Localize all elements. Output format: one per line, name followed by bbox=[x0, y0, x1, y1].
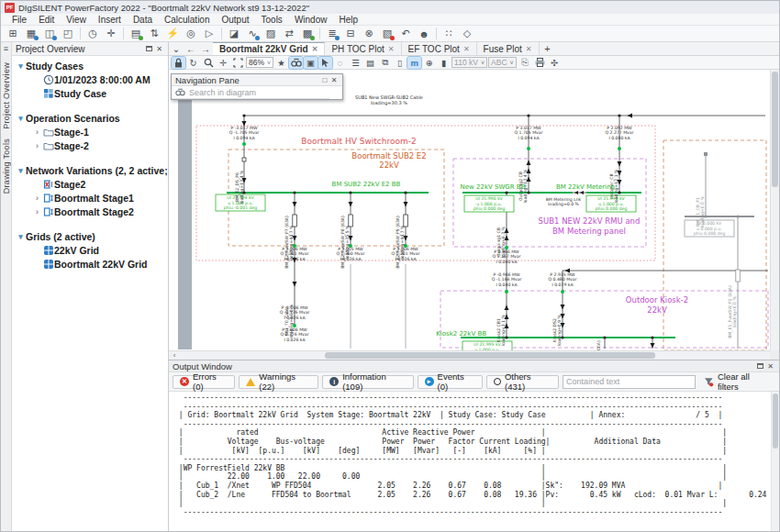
side-tab-drawing-tools[interactable]: Drawing Tools bbox=[2, 139, 11, 194]
expander-icon[interactable]: › bbox=[32, 194, 42, 203]
project-overview-icon[interactable]: ◫ bbox=[41, 27, 58, 41]
tree-item-stage2[interactable]: Stage2 bbox=[12, 177, 168, 191]
user-icon[interactable]: ☻ bbox=[416, 27, 432, 41]
expander-icon[interactable]: › bbox=[32, 207, 42, 216]
text-mode-icon[interactable]: ◇ bbox=[459, 27, 475, 41]
zoom-icon[interactable] bbox=[202, 57, 216, 69]
close-tab-icon[interactable]: ✕ bbox=[463, 45, 470, 53]
close-output-icon[interactable]: ✕ bbox=[765, 361, 775, 371]
expander-icon[interactable]: ▾ bbox=[16, 114, 26, 123]
compare-icon[interactable]: ⇄ bbox=[281, 27, 297, 41]
tree-item-22kv-grid[interactable]: 22kV Grid bbox=[12, 243, 168, 257]
filter-errors[interactable]: ✕ Errors (0) bbox=[173, 375, 235, 389]
tree-item-boortmalt-22kv-grid[interactable]: Boortmalt 22kV Grid bbox=[12, 257, 168, 271]
page-layout-icon[interactable]: ◪ bbox=[226, 27, 242, 41]
lasso-icon[interactable]: ◌ bbox=[333, 57, 347, 69]
canvas-horizontal-scrollbar[interactable]: ‹ bbox=[169, 350, 770, 360]
menu-output[interactable]: Output bbox=[216, 15, 254, 25]
menu-window[interactable]: Window bbox=[289, 15, 333, 25]
menu-data[interactable]: Data bbox=[128, 15, 158, 25]
tree-item-study-cases[interactable]: ▾Study Cases bbox=[12, 59, 168, 72]
tree-item-boortmalt-stage1[interactable]: ›Boortmalt Stage1 bbox=[12, 191, 168, 205]
diagram-canvas[interactable]: Ul 21.994 kVu 1.000 p.u.phiu -0.001 degU… bbox=[169, 70, 779, 360]
tree-item-grids-2-active-[interactable]: ▾Grids (2 active) bbox=[12, 229, 168, 243]
close-tab-icon[interactable]: ✕ bbox=[388, 45, 395, 53]
float-output-icon[interactable] bbox=[755, 361, 765, 371]
menu-calculation[interactable]: Calculation bbox=[159, 15, 215, 25]
close-tab-icon[interactable]: ✕ bbox=[312, 45, 318, 53]
close-panel-icon[interactable]: ✕ bbox=[154, 44, 164, 54]
tree-item-network-variations-2-2-active-recording-[interactable]: ▾Network Variations (2, 2 active; Record… bbox=[12, 163, 168, 177]
panel-menu-icon[interactable]: ≡ bbox=[4, 44, 8, 53]
marked-objects-icon[interactable]: ▣ bbox=[304, 57, 318, 69]
simulation-icon[interactable]: ◎ bbox=[183, 27, 199, 41]
close-pane-icon[interactable]: ✕ bbox=[329, 76, 339, 84]
tree-item-boortmalt-stage2[interactable]: ›Boortmalt Stage2 bbox=[12, 205, 168, 218]
redraw-icon[interactable]: ↻ bbox=[186, 57, 200, 69]
tab-ef-toc-plot[interactable]: EF TOC Plot ✕ bbox=[402, 42, 477, 55]
close-tab-icon[interactable]: ✕ bbox=[526, 45, 532, 53]
side-tab-project-overview[interactable]: Project Overview bbox=[2, 62, 11, 129]
back-icon[interactable]: ← bbox=[184, 42, 198, 55]
freeze-mode-lock-icon[interactable] bbox=[172, 57, 185, 69]
tree-item-stage-2[interactable]: ›Stage-2 bbox=[12, 139, 168, 152]
filter-information[interactable]: i Information (109) bbox=[322, 375, 413, 389]
tab-ph-toc-plot[interactable]: PH TOC Plot ✕ bbox=[325, 42, 401, 55]
menu-view[interactable]: View bbox=[61, 15, 92, 25]
expander-icon[interactable]: › bbox=[32, 127, 42, 137]
station-icon[interactable]: ▤ bbox=[363, 57, 377, 69]
pan-icon[interactable]: ✛ bbox=[217, 57, 230, 69]
save-icon[interactable]: ⊟ bbox=[342, 27, 359, 41]
find-icon[interactable] bbox=[289, 57, 303, 69]
float-panel-icon[interactable] bbox=[144, 44, 154, 54]
favorites-icon[interactable]: ★ bbox=[274, 57, 288, 69]
fuse-symbols[interactable] bbox=[242, 158, 740, 282]
forward-icon[interactable]: → bbox=[198, 42, 213, 55]
database-icon[interactable]: ≣ bbox=[324, 27, 340, 41]
menu-help[interactable]: Help bbox=[333, 15, 363, 25]
filter-others[interactable]: Others (431) bbox=[486, 375, 559, 389]
maximize-pane-icon[interactable]: □ bbox=[320, 76, 329, 84]
tree-item-1-01-2023-8-00-00-am[interactable]: 1/01/2023 8:00:00 AM bbox=[12, 72, 168, 86]
menu-insert[interactable]: Insert bbox=[93, 15, 127, 25]
curves-icon[interactable]: ∿ bbox=[244, 27, 261, 41]
variations-icon[interactable]: ◰ bbox=[60, 27, 76, 41]
menu-file[interactable]: File bbox=[6, 15, 32, 25]
world-icon[interactable]: ⊕ bbox=[422, 57, 436, 69]
contained-text-input[interactable] bbox=[563, 375, 696, 389]
goto-reference-icon[interactable]: ✛ bbox=[103, 27, 119, 41]
network-model-manager-icon[interactable]: ▦ bbox=[23, 27, 39, 41]
clear-all-filters-button[interactable]: Clear all filters bbox=[699, 371, 775, 392]
study-time-icon[interactable]: ◷ bbox=[84, 27, 101, 41]
results-icon[interactable]: ▨ bbox=[262, 27, 279, 41]
navigation-pane[interactable]: Navigation Pane □ ✕ Search in diagram bbox=[171, 73, 343, 100]
tree-item-stage-1[interactable]: ›Stage-1 bbox=[12, 125, 168, 139]
expander-icon[interactable]: › bbox=[32, 141, 42, 150]
expander-icon[interactable]: ▾ bbox=[16, 61, 26, 71]
export-graphic-icon[interactable]: ⎘ bbox=[518, 57, 532, 69]
short-circuit-icon[interactable]: ⚡ bbox=[164, 27, 181, 41]
filter-warnings[interactable]: Warnings (22) bbox=[239, 375, 318, 389]
run-script-icon[interactable]: ▷ bbox=[201, 27, 217, 41]
output-scrollbar[interactable] bbox=[771, 392, 779, 532]
calculator-icon[interactable]: ▧ bbox=[379, 27, 396, 41]
scroll-left-icon[interactable]: ‹ bbox=[169, 351, 180, 360]
zoom-level-select[interactable]: 86%˅ bbox=[246, 57, 273, 68]
phase-select[interactable]: ABC˅ bbox=[488, 57, 517, 68]
diagram-search[interactable]: Search in diagram bbox=[172, 86, 329, 99]
new-tab-icon[interactable]: + bbox=[540, 42, 556, 55]
layers-icon[interactable]: ⧉ bbox=[378, 57, 392, 69]
filter-events[interactable]: ▸ Events (0) bbox=[418, 375, 483, 389]
tab-boortmalt-22kv-grid[interactable]: Boortmalt 22kV Grid ✕ bbox=[213, 42, 325, 55]
layer-filters-icon[interactable]: ☰ bbox=[349, 57, 362, 69]
voltage-level-select[interactable]: 110 kV˅ bbox=[451, 57, 487, 68]
tree-item-operation-scenarios[interactable]: ▾Operation Scenarios bbox=[12, 111, 168, 125]
open-data-manager-icon[interactable]: ⊞ bbox=[5, 27, 21, 41]
load-flow-icon[interactable]: ⇅ bbox=[146, 27, 162, 41]
close-project-icon[interactable]: ⊗ bbox=[361, 27, 377, 41]
canvas-vertical-scrollbar[interactable] bbox=[770, 70, 779, 350]
output-body[interactable]: ----------------------------------------… bbox=[169, 392, 779, 532]
expander-icon[interactable]: ▾ bbox=[16, 232, 26, 241]
zoom-all-icon[interactable] bbox=[231, 57, 245, 69]
recording-icon[interactable]: ▩ bbox=[299, 27, 316, 41]
